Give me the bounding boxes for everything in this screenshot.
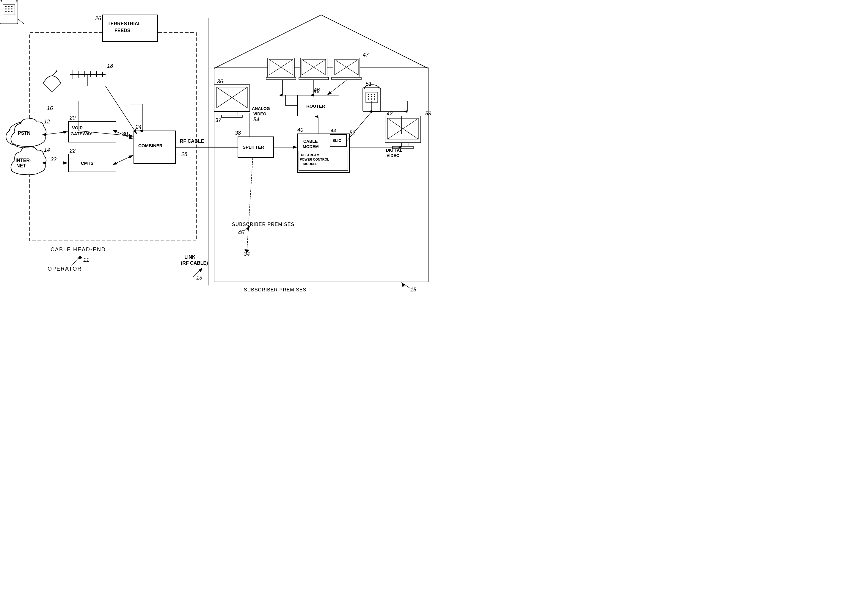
analog-video-label2: VIDEO bbox=[253, 112, 266, 116]
digital-video-label1: DIGITAL bbox=[386, 148, 402, 152]
ref37: 37 bbox=[215, 117, 221, 123]
svg-point-98 bbox=[8, 8, 9, 9]
svg-line-109 bbox=[347, 112, 372, 141]
laptop3 bbox=[332, 58, 361, 80]
svg-point-95 bbox=[8, 6, 9, 7]
laptop1 bbox=[266, 58, 296, 80]
laptop2 bbox=[299, 58, 329, 80]
svg-rect-107 bbox=[397, 143, 409, 146]
svg-point-94 bbox=[5, 6, 6, 7]
cable-modem-label1: CABLE bbox=[303, 139, 318, 144]
terrestrial-label1: TERRESTRIAL bbox=[108, 21, 141, 26]
phone2 bbox=[0, 0, 18, 24]
voip-label1: VOIP bbox=[72, 125, 83, 130]
svg-point-97 bbox=[5, 8, 6, 9]
ref40: 40 bbox=[297, 127, 303, 133]
svg-line-17 bbox=[43, 83, 52, 92]
combiner-ref: 24 bbox=[135, 124, 142, 130]
ref38: 38 bbox=[235, 130, 241, 136]
ref36: 36 bbox=[217, 79, 223, 84]
ref54: 54 bbox=[253, 117, 259, 123]
ref44: 44 bbox=[331, 128, 336, 133]
ref51: 51 bbox=[366, 81, 372, 87]
svg-line-2 bbox=[72, 256, 80, 266]
svg-point-91 bbox=[374, 99, 375, 100]
svg-rect-56 bbox=[226, 112, 238, 115]
svg-line-15 bbox=[117, 155, 133, 163]
internet-ref: 14 bbox=[44, 147, 50, 153]
svg-point-96 bbox=[11, 6, 12, 7]
link-label1: LINK bbox=[184, 254, 196, 260]
antenna1 bbox=[43, 70, 61, 101]
ref13: 13 bbox=[196, 275, 202, 281]
antenna2 bbox=[70, 70, 106, 86]
analog-video-label1: ANALOG bbox=[252, 106, 270, 111]
svg-point-21 bbox=[55, 70, 57, 72]
svg-line-77 bbox=[327, 80, 347, 95]
ref28: 28 bbox=[181, 151, 187, 157]
ref46: 46 bbox=[314, 87, 320, 93]
svg-point-101 bbox=[8, 11, 9, 12]
ref53: 53 bbox=[425, 111, 431, 117]
link-label2: (RF CABLE) bbox=[181, 260, 208, 266]
cable-head-end-label: CABLE HEAD-END bbox=[51, 247, 106, 253]
ref47: 47 bbox=[363, 52, 369, 58]
internet-cloud: INTER- NET 14 bbox=[11, 147, 50, 175]
ref18: 18 bbox=[107, 63, 113, 69]
svg-point-90 bbox=[371, 99, 372, 100]
router-label: ROUTER bbox=[306, 103, 325, 109]
upcm-label1: UPSTREAM bbox=[301, 153, 320, 157]
svg-point-100 bbox=[5, 11, 6, 12]
ref32: 32 bbox=[51, 156, 57, 162]
splitter-label: SPLITTER bbox=[243, 145, 264, 150]
svg-rect-64 bbox=[266, 77, 296, 80]
svg-line-12 bbox=[46, 132, 68, 135]
upcm-label2: POWER CONTROL bbox=[300, 158, 329, 161]
tv1 bbox=[214, 85, 250, 117]
svg-point-88 bbox=[374, 96, 375, 97]
terrestrial-label2: FEEDS bbox=[115, 28, 130, 33]
svg-marker-41 bbox=[217, 15, 425, 60]
svg-point-85 bbox=[374, 94, 375, 95]
svg-point-84 bbox=[371, 94, 372, 95]
svg-rect-69 bbox=[299, 77, 329, 80]
ref16: 16 bbox=[47, 105, 53, 111]
digital-video-label2: VIDEO bbox=[387, 153, 400, 158]
network-diagram: 10 CABLE HEAD-END OPERATOR 11 PSTN 12 IN… bbox=[0, 0, 434, 299]
svg-rect-74 bbox=[332, 77, 361, 80]
svg-point-87 bbox=[371, 96, 372, 97]
pstn-ref: 12 bbox=[44, 119, 50, 125]
operator-ref: 11 bbox=[83, 257, 89, 263]
combiner-label: COMBINER bbox=[138, 143, 163, 148]
voip-ref: 20 bbox=[69, 115, 76, 121]
ref30: 30 bbox=[122, 131, 128, 137]
svg-point-86 bbox=[368, 96, 369, 97]
svg-point-102 bbox=[11, 11, 12, 12]
pstn-label: PSTN bbox=[18, 130, 31, 136]
internet-label: INTER- bbox=[15, 158, 31, 163]
pstn-cloud: PSTN 12 bbox=[6, 119, 50, 148]
svg-marker-40 bbox=[199, 268, 202, 272]
slic-label: SLIC bbox=[332, 138, 341, 143]
ref26: 26 bbox=[95, 15, 102, 21]
svg-point-89 bbox=[368, 99, 369, 100]
internet-label2: NET bbox=[16, 163, 26, 168]
svg-point-83 bbox=[368, 94, 369, 95]
svg-point-99 bbox=[11, 8, 12, 9]
cmts-label: CMTS bbox=[81, 161, 94, 166]
svg-line-18 bbox=[52, 83, 61, 92]
operator-label: OPERATOR bbox=[48, 266, 82, 272]
subscriber-premises-outside-label: SUBSCRIBER PREMISES bbox=[244, 287, 306, 292]
tv2 bbox=[385, 116, 421, 149]
ref45: 45 bbox=[238, 230, 244, 236]
svg-rect-57 bbox=[221, 115, 242, 117]
svg-marker-46 bbox=[402, 283, 405, 287]
upcm-label3: MODULE bbox=[303, 162, 318, 166]
svg-line-20 bbox=[52, 71, 57, 76]
ref15: 15 bbox=[410, 287, 417, 293]
rf-cable-label: RF CABLE bbox=[180, 139, 204, 144]
svg-line-48 bbox=[247, 158, 253, 253]
cable-modem-label2: MODEM bbox=[303, 144, 319, 149]
subscriber-premises-inside-label: SUBSCRIBER PREMISES bbox=[232, 222, 294, 227]
cmts-ref: 22 bbox=[69, 148, 76, 154]
